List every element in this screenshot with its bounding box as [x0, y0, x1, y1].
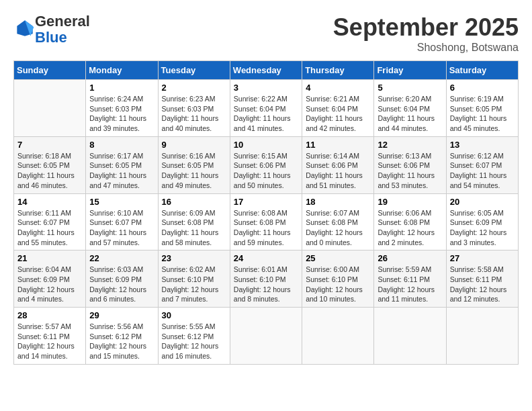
day-info: Sunrise: 5:58 AMSunset: 6:11 PMDaylight:… [450, 265, 515, 304]
logo-icon [15, 18, 35, 38]
day-number: 5 [378, 83, 442, 93]
day-info: Sunrise: 6:05 AMSunset: 6:09 PMDaylight:… [450, 208, 515, 248]
day-number: 25 [306, 253, 370, 263]
day-info: Sunrise: 6:23 AMSunset: 6:03 PMDaylight:… [162, 94, 226, 134]
page-header: General Blue September 2025 Shoshong, Bo… [13, 13, 519, 54]
day-info: Sunrise: 6:00 AMSunset: 6:10 PMDaylight:… [306, 265, 370, 304]
calendar-cell: 7Sunrise: 6:18 AMSunset: 6:05 PMDaylight… [14, 136, 86, 193]
calendar-cell [14, 80, 86, 137]
calendar-cell: 10Sunrise: 6:15 AMSunset: 6:06 PMDayligh… [230, 136, 302, 193]
day-info: Sunrise: 6:13 AMSunset: 6:06 PMDaylight:… [378, 151, 442, 191]
day-number: 26 [378, 253, 442, 263]
day-info: Sunrise: 5:59 AMSunset: 6:11 PMDaylight:… [378, 265, 442, 304]
calendar-cell: 20Sunrise: 6:05 AMSunset: 6:09 PMDayligh… [446, 193, 518, 250]
calendar-table: SundayMondayTuesdayWednesdayThursdayFrid… [13, 60, 519, 365]
calendar-cell: 29Sunrise: 5:56 AMSunset: 6:12 PMDayligh… [86, 308, 158, 365]
logo-general-text: General [35, 13, 90, 30]
day-info: Sunrise: 6:06 AMSunset: 6:08 PMDaylight:… [378, 208, 442, 248]
calendar-cell: 14Sunrise: 6:11 AMSunset: 6:07 PMDayligh… [14, 193, 86, 250]
calendar-week-5: 28Sunrise: 5:57 AMSunset: 6:11 PMDayligh… [14, 308, 519, 365]
calendar-cell: 12Sunrise: 6:13 AMSunset: 6:06 PMDayligh… [374, 136, 446, 193]
day-number: 6 [450, 83, 515, 93]
weekday-header-sunday: Sunday [14, 61, 86, 80]
day-number: 28 [17, 310, 82, 320]
day-info: Sunrise: 6:17 AMSunset: 6:05 PMDaylight:… [89, 151, 154, 191]
day-number: 3 [234, 83, 298, 93]
weekday-header-wednesday: Wednesday [230, 61, 302, 80]
calendar-week-4: 21Sunrise: 6:04 AMSunset: 6:09 PMDayligh… [14, 250, 519, 308]
calendar-cell: 24Sunrise: 6:01 AMSunset: 6:10 PMDayligh… [230, 250, 302, 308]
day-info: Sunrise: 6:21 AMSunset: 6:04 PMDaylight:… [306, 94, 370, 134]
day-info: Sunrise: 6:12 AMSunset: 6:07 PMDaylight:… [450, 151, 515, 191]
location: Shoshong, Botswana [333, 42, 519, 54]
day-number: 30 [162, 310, 226, 320]
logo-blue-text: Blue [35, 29, 67, 46]
day-number: 15 [89, 197, 154, 207]
calendar-cell: 11Sunrise: 6:14 AMSunset: 6:06 PMDayligh… [302, 136, 374, 193]
day-number: 10 [234, 140, 298, 150]
calendar-cell: 26Sunrise: 5:59 AMSunset: 6:11 PMDayligh… [374, 250, 446, 308]
day-number: 19 [378, 197, 442, 207]
calendar-cell: 21Sunrise: 6:04 AMSunset: 6:09 PMDayligh… [14, 250, 86, 308]
day-info: Sunrise: 6:14 AMSunset: 6:06 PMDaylight:… [306, 151, 370, 191]
day-info: Sunrise: 6:15 AMSunset: 6:06 PMDaylight:… [234, 151, 298, 191]
weekday-header-saturday: Saturday [446, 61, 518, 80]
day-info: Sunrise: 6:07 AMSunset: 6:08 PMDaylight:… [306, 208, 370, 248]
month-title: September 2025 [333, 13, 519, 42]
calendar-cell: 6Sunrise: 6:19 AMSunset: 6:05 PMDaylight… [446, 80, 518, 137]
day-number: 13 [450, 140, 515, 150]
calendar-body: 1Sunrise: 6:24 AMSunset: 6:03 PMDaylight… [14, 80, 519, 365]
day-info: Sunrise: 6:08 AMSunset: 6:08 PMDaylight:… [234, 208, 298, 248]
calendar-cell: 15Sunrise: 6:10 AMSunset: 6:07 PMDayligh… [86, 193, 158, 250]
day-info: Sunrise: 6:03 AMSunset: 6:09 PMDaylight:… [89, 265, 154, 304]
calendar-cell [302, 308, 374, 365]
weekday-header-friday: Friday [374, 61, 446, 80]
calendar-cell: 2Sunrise: 6:23 AMSunset: 6:03 PMDaylight… [158, 80, 230, 137]
calendar-cell [446, 308, 518, 365]
calendar-cell: 3Sunrise: 6:22 AMSunset: 6:04 PMDaylight… [230, 80, 302, 137]
day-info: Sunrise: 6:16 AMSunset: 6:05 PMDaylight:… [162, 151, 226, 191]
weekday-header-tuesday: Tuesday [158, 61, 230, 80]
day-number: 1 [89, 83, 154, 93]
day-number: 16 [162, 197, 226, 207]
calendar-cell [374, 308, 446, 365]
day-number: 2 [162, 83, 226, 93]
calendar-week-2: 7Sunrise: 6:18 AMSunset: 6:05 PMDaylight… [14, 136, 519, 193]
day-number: 24 [234, 253, 298, 263]
calendar-week-1: 1Sunrise: 6:24 AMSunset: 6:03 PMDaylight… [14, 80, 519, 137]
calendar-cell: 9Sunrise: 6:16 AMSunset: 6:05 PMDaylight… [158, 136, 230, 193]
title-block: September 2025 Shoshong, Botswana [333, 13, 519, 54]
day-info: Sunrise: 6:24 AMSunset: 6:03 PMDaylight:… [89, 94, 154, 134]
calendar-cell: 5Sunrise: 6:20 AMSunset: 6:04 PMDaylight… [374, 80, 446, 137]
calendar-cell: 13Sunrise: 6:12 AMSunset: 6:07 PMDayligh… [446, 136, 518, 193]
weekday-header-monday: Monday [86, 61, 158, 80]
day-number: 18 [306, 197, 370, 207]
day-info: Sunrise: 5:57 AMSunset: 6:11 PMDaylight:… [17, 322, 82, 361]
calendar-cell: 1Sunrise: 6:24 AMSunset: 6:03 PMDaylight… [86, 80, 158, 137]
day-info: Sunrise: 6:19 AMSunset: 6:05 PMDaylight:… [450, 94, 515, 134]
calendar-cell: 23Sunrise: 6:02 AMSunset: 6:10 PMDayligh… [158, 250, 230, 308]
calendar-cell: 28Sunrise: 5:57 AMSunset: 6:11 PMDayligh… [14, 308, 86, 365]
day-info: Sunrise: 6:11 AMSunset: 6:07 PMDaylight:… [17, 208, 82, 248]
day-info: Sunrise: 6:20 AMSunset: 6:04 PMDaylight:… [378, 94, 442, 134]
calendar-cell [230, 308, 302, 365]
day-number: 23 [162, 253, 226, 263]
day-number: 7 [17, 140, 82, 150]
calendar-cell: 30Sunrise: 5:55 AMSunset: 6:12 PMDayligh… [158, 308, 230, 365]
day-number: 12 [378, 140, 442, 150]
day-info: Sunrise: 5:56 AMSunset: 6:12 PMDaylight:… [89, 322, 154, 361]
calendar-header-row: SundayMondayTuesdayWednesdayThursdayFrid… [14, 61, 519, 80]
calendar-week-3: 14Sunrise: 6:11 AMSunset: 6:07 PMDayligh… [14, 193, 519, 250]
day-info: Sunrise: 5:55 AMSunset: 6:12 PMDaylight:… [162, 322, 226, 361]
calendar-cell: 4Sunrise: 6:21 AMSunset: 6:04 PMDaylight… [302, 80, 374, 137]
day-info: Sunrise: 6:10 AMSunset: 6:07 PMDaylight:… [89, 208, 154, 248]
calendar-cell: 17Sunrise: 6:08 AMSunset: 6:08 PMDayligh… [230, 193, 302, 250]
day-number: 8 [89, 140, 154, 150]
day-info: Sunrise: 6:22 AMSunset: 6:04 PMDaylight:… [234, 94, 298, 134]
calendar-cell: 25Sunrise: 6:00 AMSunset: 6:10 PMDayligh… [302, 250, 374, 308]
day-number: 11 [306, 140, 370, 150]
weekday-header-thursday: Thursday [302, 61, 374, 80]
day-number: 29 [89, 310, 154, 320]
day-number: 22 [89, 253, 154, 263]
day-info: Sunrise: 6:18 AMSunset: 6:05 PMDaylight:… [17, 151, 82, 191]
